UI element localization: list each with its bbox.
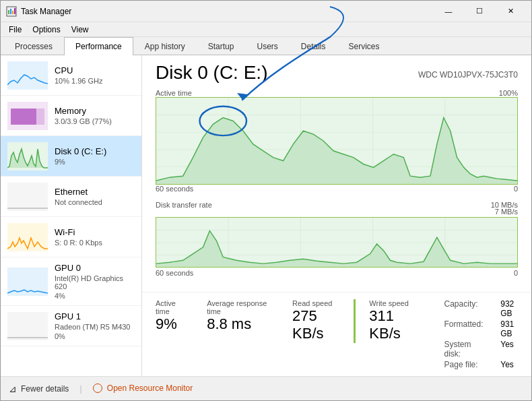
gpu0-percent: 4% bbox=[55, 292, 135, 300]
resource-monitor-icon bbox=[93, 383, 102, 393]
sidebar-item-gpu0[interactable]: GPU 0 Intel(R) HD Graphics 620 4% bbox=[1, 257, 141, 306]
gpu0-info: GPU 0 Intel(R) HD Graphics 620 4% bbox=[55, 263, 135, 300]
gpu0-name: GPU 0 bbox=[55, 263, 135, 273]
page-file-label: Page file: bbox=[444, 360, 488, 369]
chart-top-time-left: 60 seconds bbox=[156, 185, 193, 193]
tab-details[interactable]: Details bbox=[290, 37, 337, 55]
page-file-value: Yes bbox=[500, 360, 518, 369]
sidebar-item-disk0[interactable]: Disk 0 (C: E:) 9% bbox=[1, 136, 141, 177]
write-speed-stat: Write speed 311 KB/s bbox=[369, 299, 430, 343]
title-bar: Task Manager — ☐ ✕ bbox=[1, 1, 531, 22]
memory-thumb bbox=[7, 102, 48, 130]
capacity-value: 932 GB bbox=[500, 299, 518, 318]
read-speed-value: 275 KB/s bbox=[292, 307, 340, 343]
tab-services[interactable]: Services bbox=[337, 37, 391, 55]
svg-rect-2 bbox=[10, 9, 11, 14]
bottom-divider: | bbox=[79, 384, 81, 394]
read-speed-label: Read speed bbox=[292, 299, 340, 307]
disk0-name: Disk 0 (C: E:) bbox=[55, 146, 135, 156]
chart-section: Active time 100% bbox=[142, 84, 531, 292]
write-speed-label: Write speed bbox=[369, 299, 417, 307]
chart-top-label-right: 100% bbox=[499, 89, 518, 97]
cpu-value: 10% 1.96 GHz bbox=[55, 77, 135, 85]
gpu1-percent: 0% bbox=[55, 332, 135, 340]
svg-rect-13 bbox=[7, 312, 48, 340]
main-content: CPU 10% 1.96 GHz Memory 3.0/3.9 GB (77%) bbox=[1, 55, 531, 376]
ethernet-value: Not connected bbox=[55, 198, 135, 206]
detail-header: Disk 0 (C: E:) WDC WD10JPVX-75JC3T0 bbox=[142, 55, 531, 84]
tab-app-history[interactable]: App history bbox=[133, 37, 197, 55]
active-time-label: Active time bbox=[156, 299, 187, 315]
menu-options[interactable]: Options bbox=[27, 22, 65, 37]
sidebar-item-ethernet[interactable]: Ethernet Not connected bbox=[1, 177, 141, 217]
chart-bottom-time-left: 60 seconds bbox=[156, 269, 193, 277]
disk-info-grid: Capacity: 932 GB Formatted: 931 GB Syste… bbox=[444, 299, 518, 369]
formatted-value: 931 GB bbox=[500, 319, 518, 338]
gpu1-name: GPU 1 bbox=[55, 311, 135, 321]
gpu1-info: GPU 1 Radeon (TM) R5 M430 0% bbox=[55, 311, 135, 340]
close-button[interactable]: ✕ bbox=[495, 1, 526, 22]
detail-model: WDC WD10JPVX-75JC3T0 bbox=[418, 62, 518, 80]
tab-performance[interactable]: Performance bbox=[64, 37, 133, 55]
active-time-stat: Active time 9% bbox=[156, 299, 187, 333]
chart-top-label-left: Active time bbox=[156, 89, 192, 97]
wifi-value: S: 0 R: 0 Kbps bbox=[55, 239, 135, 247]
active-time-chart bbox=[156, 97, 518, 185]
disk0-thumb bbox=[7, 142, 48, 171]
write-speed-value: 311 KB/s bbox=[369, 307, 417, 343]
sidebar: CPU 10% 1.96 GHz Memory 3.0/3.9 GB (77%) bbox=[1, 55, 142, 376]
svg-rect-3 bbox=[12, 11, 13, 14]
bottom-bar: ⊿ Fewer details | Open Resource Monitor bbox=[1, 376, 531, 400]
memory-name: Memory bbox=[55, 106, 135, 116]
chart-top-time: 60 seconds 0 bbox=[156, 185, 518, 193]
menu-view[interactable]: View bbox=[66, 22, 94, 37]
chart-bottom-time-right: 0 bbox=[514, 269, 518, 277]
ethernet-info: Ethernet Not connected bbox=[55, 187, 135, 206]
wifi-info: Wi-Fi S: 0 R: 0 Kbps bbox=[55, 227, 135, 247]
svg-rect-4 bbox=[14, 8, 15, 14]
minimize-button[interactable]: — bbox=[433, 1, 464, 22]
transfer-rate-chart bbox=[156, 217, 518, 268]
svg-rect-8 bbox=[11, 109, 36, 125]
open-resource-monitor-label: Open Resource Monitor bbox=[107, 383, 193, 393]
cpu-info: CPU 10% 1.96 GHz bbox=[55, 65, 135, 85]
fewer-details-button[interactable]: ⊿ Fewer details bbox=[9, 383, 69, 394]
menu-file[interactable]: File bbox=[3, 22, 27, 37]
avg-response-value: 8.8 ms bbox=[207, 315, 272, 333]
memory-value: 3.0/3.9 GB (77%) bbox=[55, 117, 135, 125]
gpu0-thumb bbox=[7, 268, 48, 296]
active-time-value: 9% bbox=[156, 315, 187, 333]
wifi-thumb bbox=[7, 223, 48, 251]
sidebar-item-cpu[interactable]: CPU 10% 1.96 GHz bbox=[1, 55, 141, 96]
window-title: Task Manager bbox=[21, 7, 433, 16]
chart-top-time-right: 0 bbox=[514, 185, 518, 193]
stats-row: Active time 9% Average response time 8.8… bbox=[142, 292, 531, 376]
disk0-info: Disk 0 (C: E:) 9% bbox=[55, 146, 135, 166]
gpu1-thumb bbox=[7, 312, 48, 340]
svg-rect-1 bbox=[8, 10, 9, 14]
fewer-details-label: Fewer details bbox=[21, 384, 69, 394]
ethernet-thumb bbox=[7, 183, 48, 211]
task-manager-window: Task Manager — ☐ ✕ File Options View Pro… bbox=[0, 0, 532, 401]
svg-rect-10 bbox=[7, 183, 48, 211]
formatted-label: Formatted: bbox=[444, 319, 488, 338]
tab-processes[interactable]: Processes bbox=[3, 37, 64, 55]
speed-section: Read speed 275 KB/s Write speed 311 KB/s bbox=[292, 299, 430, 343]
tab-startup[interactable]: Startup bbox=[197, 37, 246, 55]
sidebar-item-memory[interactable]: Memory 3.0/3.9 GB (77%) bbox=[1, 96, 141, 136]
window-controls: — ☐ ✕ bbox=[433, 1, 526, 22]
chart-bottom-time: 60 seconds 0 bbox=[156, 269, 518, 277]
svg-marker-31 bbox=[156, 230, 517, 267]
sidebar-item-gpu1[interactable]: GPU 1 Radeon (TM) R5 M430 0% bbox=[1, 306, 141, 346]
avg-response-label: Average response time bbox=[207, 299, 272, 315]
maximize-button[interactable]: ☐ bbox=[464, 1, 495, 22]
chart-top-label: Active time 100% bbox=[156, 89, 518, 97]
tab-users[interactable]: Users bbox=[245, 37, 289, 55]
open-resource-monitor-link[interactable]: Open Resource Monitor bbox=[93, 383, 193, 394]
sidebar-item-wifi[interactable]: Wi-Fi S: 0 R: 0 Kbps bbox=[1, 217, 141, 257]
gpu1-value: Radeon (TM) R5 M430 bbox=[55, 323, 135, 331]
capacity-label: Capacity: bbox=[444, 299, 488, 318]
avg-response-stat: Average response time 8.8 ms bbox=[207, 299, 272, 333]
system-disk-value: Yes bbox=[500, 340, 518, 359]
read-speed-stat: Read speed 275 KB/s bbox=[292, 299, 356, 343]
